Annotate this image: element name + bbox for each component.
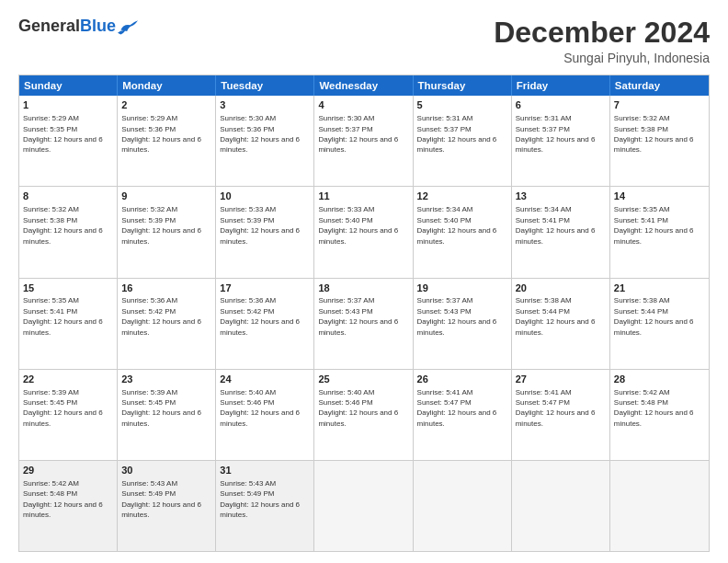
day-number: 24 [220, 373, 310, 386]
header-day-tuesday: Tuesday [216, 75, 314, 96]
day-number: 9 [121, 190, 211, 203]
day-number: 4 [318, 98, 408, 112]
day-number: 15 [23, 282, 113, 295]
table-row: 13Sunrise: 5:34 AMSunset: 5:41 PMDayligh… [512, 187, 610, 277]
table-row: 19Sunrise: 5:37 AMSunset: 5:43 PMDayligh… [414, 279, 512, 369]
calendar-row-2: 8Sunrise: 5:32 AMSunset: 5:38 PMDaylight… [19, 187, 709, 278]
day-number: 13 [516, 190, 606, 203]
cell-info: Sunrise: 5:40 AMSunset: 5:46 PMDaylight:… [318, 388, 398, 428]
day-number: 30 [121, 464, 211, 477]
cell-info: Sunrise: 5:32 AMSunset: 5:39 PMDaylight:… [121, 205, 201, 245]
table-row: 4Sunrise: 5:30 AMSunset: 5:37 PMDaylight… [314, 96, 413, 186]
calendar: SundayMondayTuesdayWednesdayThursdayFrid… [18, 75, 710, 552]
header-day-thursday: Thursday [414, 75, 512, 96]
cell-info: Sunrise: 5:29 AMSunset: 5:35 PMDaylight:… [23, 114, 103, 154]
day-number: 18 [318, 282, 408, 295]
cell-info: Sunrise: 5:40 AMSunset: 5:46 PMDaylight:… [220, 388, 300, 428]
cell-info: Sunrise: 5:36 AMSunset: 5:42 PMDaylight:… [121, 296, 201, 336]
day-number: 1 [23, 98, 113, 112]
page: GeneralBlue December 2024 Sungai Pinyuh,… [0, 0, 728, 563]
title-block: December 2024 Sungai Pinyuh, Indonesia [494, 17, 710, 65]
day-number: 10 [220, 190, 310, 203]
table-row: 21Sunrise: 5:38 AMSunset: 5:44 PMDayligh… [610, 279, 709, 369]
cell-info: Sunrise: 5:37 AMSunset: 5:43 PMDaylight:… [318, 296, 398, 336]
table-row: 23Sunrise: 5:39 AMSunset: 5:45 PMDayligh… [118, 370, 216, 460]
table-row: 22Sunrise: 5:39 AMSunset: 5:45 PMDayligh… [19, 370, 118, 460]
cell-info: Sunrise: 5:31 AMSunset: 5:37 PMDaylight:… [417, 114, 497, 154]
day-number: 22 [23, 373, 113, 386]
cell-info: Sunrise: 5:31 AMSunset: 5:37 PMDaylight:… [516, 114, 596, 154]
cell-info: Sunrise: 5:41 AMSunset: 5:47 PMDaylight:… [516, 388, 596, 428]
cell-info: Sunrise: 5:34 AMSunset: 5:41 PMDaylight:… [516, 205, 596, 245]
logo-bird-icon [118, 18, 138, 35]
day-number: 19 [417, 282, 507, 295]
cell-info: Sunrise: 5:34 AMSunset: 5:40 PMDaylight:… [417, 205, 497, 245]
day-number: 11 [318, 190, 408, 203]
day-number: 2 [121, 98, 211, 112]
table-row: 10Sunrise: 5:33 AMSunset: 5:39 PMDayligh… [216, 187, 314, 277]
table-row: 7Sunrise: 5:32 AMSunset: 5:38 PMDaylight… [610, 96, 709, 186]
table-row: 15Sunrise: 5:35 AMSunset: 5:41 PMDayligh… [19, 279, 118, 369]
day-number: 23 [121, 373, 211, 386]
cell-info: Sunrise: 5:30 AMSunset: 5:36 PMDaylight:… [220, 114, 300, 154]
table-row: 9Sunrise: 5:32 AMSunset: 5:39 PMDaylight… [118, 187, 216, 277]
empty-cell [610, 461, 709, 551]
cell-info: Sunrise: 5:33 AMSunset: 5:39 PMDaylight:… [220, 205, 300, 245]
cell-info: Sunrise: 5:35 AMSunset: 5:41 PMDaylight:… [614, 205, 694, 245]
cell-info: Sunrise: 5:38 AMSunset: 5:44 PMDaylight:… [516, 296, 596, 336]
table-row: 8Sunrise: 5:32 AMSunset: 5:38 PMDaylight… [19, 187, 118, 277]
location-subtitle: Sungai Pinyuh, Indonesia [494, 51, 710, 65]
table-row: 18Sunrise: 5:37 AMSunset: 5:43 PMDayligh… [314, 279, 413, 369]
day-number: 17 [220, 282, 310, 295]
header-day-friday: Friday [512, 75, 610, 96]
day-number: 5 [417, 98, 507, 112]
day-number: 28 [614, 373, 705, 386]
table-row: 6Sunrise: 5:31 AMSunset: 5:37 PMDaylight… [512, 96, 610, 186]
table-row: 1Sunrise: 5:29 AMSunset: 5:35 PMDaylight… [19, 96, 118, 186]
empty-cell [512, 461, 610, 551]
day-number: 8 [23, 190, 113, 203]
cell-info: Sunrise: 5:33 AMSunset: 5:40 PMDaylight:… [318, 205, 398, 245]
calendar-row-4: 22Sunrise: 5:39 AMSunset: 5:45 PMDayligh… [19, 370, 709, 461]
day-number: 12 [417, 190, 507, 203]
header: GeneralBlue December 2024 Sungai Pinyuh,… [18, 17, 710, 65]
header-day-wednesday: Wednesday [314, 75, 413, 96]
logo-text: GeneralBlue [18, 17, 138, 36]
calendar-row-5: 29Sunrise: 5:42 AMSunset: 5:48 PMDayligh… [19, 461, 709, 551]
day-number: 20 [516, 282, 606, 295]
table-row: 27Sunrise: 5:41 AMSunset: 5:47 PMDayligh… [512, 370, 610, 460]
day-number: 26 [417, 373, 507, 386]
cell-info: Sunrise: 5:32 AMSunset: 5:38 PMDaylight:… [23, 205, 103, 245]
cell-info: Sunrise: 5:35 AMSunset: 5:41 PMDaylight:… [23, 296, 103, 336]
table-row: 11Sunrise: 5:33 AMSunset: 5:40 PMDayligh… [314, 187, 413, 277]
day-number: 21 [614, 282, 705, 295]
cell-info: Sunrise: 5:41 AMSunset: 5:47 PMDaylight:… [417, 388, 497, 428]
day-number: 3 [220, 98, 310, 112]
logo-general: GeneralBlue [18, 17, 116, 36]
day-number: 31 [220, 464, 310, 477]
cell-info: Sunrise: 5:39 AMSunset: 5:45 PMDaylight:… [121, 388, 201, 428]
day-number: 25 [318, 373, 408, 386]
table-row: 5Sunrise: 5:31 AMSunset: 5:37 PMDaylight… [414, 96, 512, 186]
header-day-saturday: Saturday [610, 75, 709, 96]
table-row: 25Sunrise: 5:40 AMSunset: 5:46 PMDayligh… [314, 370, 413, 460]
calendar-row-1: 1Sunrise: 5:29 AMSunset: 5:35 PMDaylight… [19, 96, 709, 187]
table-row: 12Sunrise: 5:34 AMSunset: 5:40 PMDayligh… [414, 187, 512, 277]
cell-info: Sunrise: 5:43 AMSunset: 5:49 PMDaylight:… [121, 479, 201, 519]
cell-info: Sunrise: 5:42 AMSunset: 5:48 PMDaylight:… [23, 479, 103, 519]
header-day-sunday: Sunday [19, 75, 118, 96]
table-row: 20Sunrise: 5:38 AMSunset: 5:44 PMDayligh… [512, 279, 610, 369]
table-row: 14Sunrise: 5:35 AMSunset: 5:41 PMDayligh… [610, 187, 709, 277]
table-row: 29Sunrise: 5:42 AMSunset: 5:48 PMDayligh… [19, 461, 118, 551]
logo: GeneralBlue [18, 17, 138, 36]
table-row: 17Sunrise: 5:36 AMSunset: 5:42 PMDayligh… [216, 279, 314, 369]
table-row: 28Sunrise: 5:42 AMSunset: 5:48 PMDayligh… [610, 370, 709, 460]
calendar-row-3: 15Sunrise: 5:35 AMSunset: 5:41 PMDayligh… [19, 279, 709, 370]
day-number: 27 [516, 373, 606, 386]
cell-info: Sunrise: 5:42 AMSunset: 5:48 PMDaylight:… [614, 388, 694, 428]
cell-info: Sunrise: 5:30 AMSunset: 5:37 PMDaylight:… [318, 114, 398, 154]
cell-info: Sunrise: 5:37 AMSunset: 5:43 PMDaylight:… [417, 296, 497, 336]
cell-info: Sunrise: 5:39 AMSunset: 5:45 PMDaylight:… [23, 388, 103, 428]
cell-info: Sunrise: 5:36 AMSunset: 5:42 PMDaylight:… [220, 296, 300, 336]
cell-info: Sunrise: 5:38 AMSunset: 5:44 PMDaylight:… [614, 296, 694, 336]
